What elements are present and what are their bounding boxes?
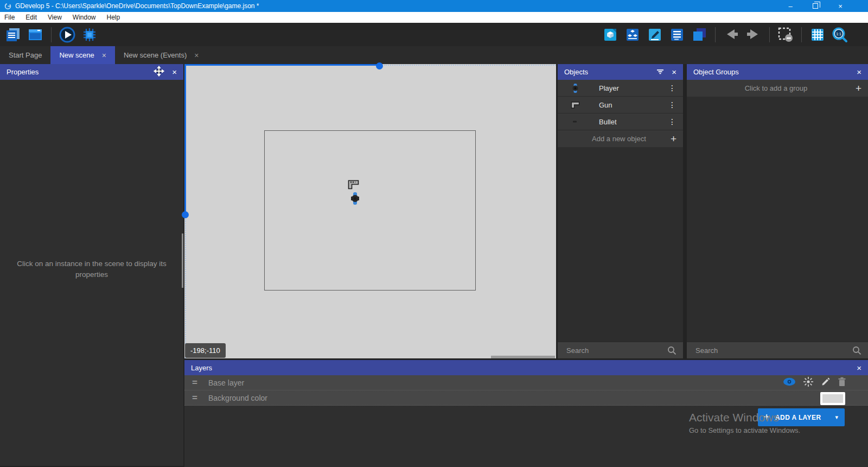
move-cursor-icon [154, 66, 164, 78]
layers-panel: Layers × = Base layer [184, 360, 868, 467]
menu-view[interactable]: View [42, 12, 67, 23]
swatch-color [822, 394, 843, 403]
player-instance[interactable] [350, 192, 360, 207]
project-manager-icon[interactable] [4, 26, 22, 43]
layer-name: Base layer [208, 378, 244, 387]
object-menu-icon[interactable]: ⋮ [668, 119, 676, 124]
editor-content: Properties × Click on an instance in the… [0, 64, 868, 467]
object-groups-icon[interactable] [624, 26, 641, 43]
selection-handle-top[interactable] [376, 62, 383, 70]
tab-new-scene-events[interactable]: New scene (Events) × [115, 46, 208, 64]
objects-search-input[interactable] [558, 346, 667, 355]
restore-button[interactable] [803, 0, 828, 12]
tab-new-scene[interactable]: New scene × [50, 46, 115, 64]
zoom-1to1-icon[interactable]: 1:1 [831, 26, 848, 43]
search-icon [852, 346, 861, 355]
panel-title: Object Groups [693, 68, 849, 76]
close-panel-icon[interactable]: × [857, 67, 861, 77]
menu-window[interactable]: Window [67, 12, 101, 23]
properties-header: Properties × [0, 64, 183, 80]
preview-window-icon[interactable] [27, 26, 44, 43]
object-name: Gun [599, 101, 668, 109]
layer-row-background-color[interactable]: = Background color [184, 390, 868, 406]
close-panel-icon[interactable]: × [672, 67, 676, 77]
tab-close-icon[interactable]: × [194, 51, 199, 60]
filter-icon[interactable] [656, 68, 664, 76]
object-groups-header: Object Groups × [687, 64, 868, 80]
object-groups-panel: Object Groups × Click to add a group + [687, 64, 868, 358]
gdevelop-logo-icon [4, 3, 11, 10]
redo-icon[interactable] [745, 26, 762, 43]
add-object-label: Add a new object [558, 135, 671, 143]
tab-close-icon[interactable]: × [102, 51, 106, 60]
add-layer-label: ADD A LAYER [775, 414, 821, 421]
panel-title: Layers [191, 364, 849, 372]
add-group-label: Click to add a group [687, 84, 856, 92]
layer-effects-icon[interactable] [803, 376, 814, 389]
layer-row-base[interactable]: = Base layer [184, 375, 868, 390]
clear-selection-icon[interactable] [777, 26, 794, 43]
object-row-player[interactable]: Player ⋮ [558, 80, 683, 97]
canvas-horizontal-scrollbar[interactable] [491, 356, 555, 358]
object-name: Bullet [599, 118, 668, 126]
undo-icon[interactable] [723, 26, 740, 43]
object-row-bullet[interactable]: Bullet ⋮ [558, 113, 683, 130]
drag-handle-icon[interactable]: = [192, 377, 203, 388]
close-panel-icon[interactable]: × [857, 363, 861, 373]
edit-layer-pencil-icon[interactable] [821, 377, 831, 389]
object-row-gun[interactable]: Gun ⋮ [558, 97, 683, 113]
toolbar-separator [715, 27, 716, 42]
tab-label: New scene (Events) [124, 51, 187, 59]
properties-scrollbar[interactable] [182, 234, 183, 288]
toggle-grid-icon[interactable] [809, 26, 826, 43]
object-menu-icon[interactable]: ⋮ [668, 85, 676, 91]
bullet-object-icon [570, 121, 580, 123]
menu-file[interactable]: File [0, 12, 20, 23]
gun-instance[interactable] [347, 180, 360, 192]
layer-name: Background color [208, 394, 267, 402]
menu-bar: File Edit View Window Help [0, 12, 868, 23]
close-button[interactable]: × [828, 0, 853, 12]
delete-layer-trash-icon[interactable] [838, 377, 846, 389]
object-menu-icon[interactable]: ⋮ [668, 102, 676, 108]
minimize-button[interactable]: – [778, 0, 803, 12]
groups-search-input[interactable] [687, 346, 852, 355]
watermark-line2: Go to Settings to activate Windows. [689, 426, 800, 434]
object-name: Player [599, 84, 668, 92]
restore-icon [813, 3, 818, 9]
debug-button[interactable] [81, 26, 98, 43]
main-toolbar: 1:1 [0, 23, 868, 46]
add-object-row[interactable]: Add a new object + [558, 130, 683, 147]
svg-text:1:1: 1:1 [836, 31, 841, 35]
add-a-layer-button[interactable]: + ADD A LAYER ▾ [758, 408, 845, 426]
plus-icon[interactable]: + [856, 83, 861, 94]
chevron-down-icon[interactable]: ▾ [835, 414, 838, 421]
plus-icon[interactable]: + [671, 133, 676, 145]
panel-title: Properties [7, 68, 146, 76]
add-object-icon[interactable] [602, 26, 619, 43]
selection-handle-left[interactable] [182, 211, 189, 218]
layers-header: Layers × [184, 360, 868, 375]
gdevelop-window: GDevelop 5 - C:\Users\Sparkle\OneDrive\D… [0, 0, 868, 467]
gun-object-icon [570, 102, 580, 109]
menu-edit[interactable]: Edit [20, 12, 42, 23]
drag-handle-icon[interactable]: = [192, 393, 203, 403]
objects-panel: Objects × Player ⋮ Gun ⋮ [558, 64, 683, 358]
scene-canvas[interactable]: -198;-110 [184, 64, 556, 358]
close-panel-icon[interactable]: × [172, 67, 177, 77]
add-group-row[interactable]: Click to add a group + [687, 80, 868, 97]
player-object-icon [570, 84, 580, 93]
background-color-swatch[interactable] [820, 392, 845, 405]
menu-help[interactable]: Help [101, 12, 126, 23]
properties-panel: Properties × Click on an instance in the… [0, 64, 183, 466]
tab-start-page[interactable]: Start Page [0, 46, 50, 64]
instances-list-icon[interactable] [668, 26, 686, 43]
search-icon [667, 346, 676, 355]
selection-edge-left [184, 64, 186, 212]
selection-edge-top-dashed [384, 65, 556, 66]
tab-label: Start Page [9, 51, 42, 59]
edit-scene-icon[interactable] [646, 26, 663, 43]
visibility-eye-icon[interactable] [783, 377, 796, 388]
play-preview-button[interactable] [59, 26, 76, 43]
layers-toolbar-icon[interactable] [691, 26, 708, 43]
